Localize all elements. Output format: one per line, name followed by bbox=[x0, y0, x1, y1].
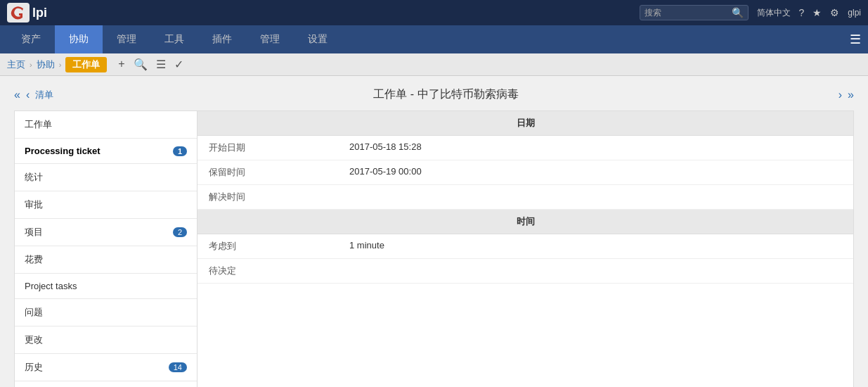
sidebar-item-all[interactable]: 全部 bbox=[15, 381, 197, 387]
sidebar-item-issues[interactable]: 问题 bbox=[15, 299, 197, 326]
date-start-label: 开始日期 bbox=[209, 141, 349, 154]
dates-table: 开始日期 2017-05-18 15:28 保留时间 2017-05-19 00… bbox=[197, 136, 853, 210]
sidebar-badge-history: 14 bbox=[169, 362, 187, 372]
lang-label[interactable]: 简体中文 bbox=[757, 7, 791, 19]
page-title: 工作单 - 中了比特币勒索病毒 bbox=[373, 87, 518, 102]
nav-item-tools[interactable]: 工具 bbox=[150, 25, 198, 53]
last-page-btn[interactable]: » bbox=[848, 89, 854, 101]
sidebar-item-project-tasks-label: Project tasks bbox=[25, 281, 77, 291]
sidebar-item-history-label: 历史 bbox=[25, 361, 43, 374]
nav-item-plugins[interactable]: 插件 bbox=[198, 25, 246, 53]
question-icon[interactable]: ? bbox=[799, 7, 805, 18]
nav-item-assist[interactable]: 协助 bbox=[55, 25, 103, 53]
sidebar-item-expense-label: 花费 bbox=[25, 253, 43, 266]
logo: lpi bbox=[7, 3, 47, 23]
time-pending-label: 待决定 bbox=[209, 265, 349, 277]
top-bar: lpi 🔍 简体中文 ? ★ ⚙ glpi bbox=[0, 0, 868, 25]
dates-section-header: 日期 bbox=[197, 111, 853, 136]
breadcrumb-home[interactable]: 主页 bbox=[7, 58, 25, 71]
top-right-bar: 🔍 简体中文 ? ★ ⚙ glpi bbox=[640, 5, 861, 20]
nav-row: « ‹ 清单 工作单 - 中了比特币勒索病毒 › » bbox=[14, 87, 854, 102]
sidebar-item-stats-label: 统计 bbox=[25, 171, 43, 184]
date-row-reserve: 保留时间 2017-05-19 00:00 bbox=[197, 160, 853, 185]
breadcrumb-assist[interactable]: 协助 bbox=[37, 58, 55, 71]
check-action[interactable]: ✓ bbox=[174, 58, 183, 71]
sidebar-item-ticket-label: 工作单 bbox=[25, 118, 52, 131]
date-start-value: 2017-05-18 15:28 bbox=[349, 141, 422, 154]
sidebar-item-changes[interactable]: 更改 bbox=[15, 326, 197, 354]
nav-right: › » bbox=[838, 89, 854, 101]
date-row-start: 开始日期 2017-05-18 15:28 bbox=[197, 136, 853, 160]
time-section-header: 时间 bbox=[197, 210, 853, 234]
first-page-btn[interactable]: « bbox=[14, 89, 20, 101]
time-consider-label: 考虑到 bbox=[209, 240, 349, 253]
star-icon[interactable]: ★ bbox=[812, 7, 822, 18]
prev-page-btn[interactable]: ‹ bbox=[26, 89, 30, 101]
breadcrumb-current: 工作单 bbox=[65, 57, 107, 72]
next-page-btn[interactable]: › bbox=[838, 89, 842, 101]
main-content: 日期 开始日期 2017-05-18 15:28 保留时间 2017-05-19… bbox=[197, 111, 853, 387]
sidebar-badge-processing: 1 bbox=[173, 146, 187, 156]
sidebar-item-ticket[interactable]: 工作单 bbox=[15, 111, 197, 139]
date-row-resolve: 解决时间 bbox=[197, 185, 853, 210]
sidebar-item-issues-label: 问题 bbox=[25, 306, 43, 319]
date-resolve-label: 解决时间 bbox=[209, 191, 349, 203]
list-link[interactable]: 清单 bbox=[35, 89, 53, 101]
breadcrumb-bar: 主页 › 协助 › 工作单 + 🔍 ☰ ✓ bbox=[0, 53, 868, 76]
hamburger-icon[interactable]: ☰ bbox=[850, 32, 861, 47]
nav-item-assets[interactable]: 资产 bbox=[7, 25, 55, 53]
nav-item-admin[interactable]: 管理 bbox=[246, 25, 294, 53]
sidebar-item-changes-label: 更改 bbox=[25, 334, 43, 346]
sidebar-item-review-label: 审批 bbox=[25, 198, 43, 211]
search-action[interactable]: 🔍 bbox=[134, 58, 148, 71]
list-action[interactable]: ☰ bbox=[156, 58, 166, 71]
search-input[interactable] bbox=[644, 8, 729, 18]
sidebar-item-processing-label: Processing ticket bbox=[25, 146, 101, 156]
sidebar-item-review[interactable]: 审批 bbox=[15, 191, 197, 219]
sidebar-item-expense[interactable]: 花费 bbox=[15, 246, 197, 274]
sidebar: 工作单 Processing ticket 1 统计 审批 项目 2 花费 Pr… bbox=[15, 111, 197, 387]
logo-g bbox=[7, 3, 30, 23]
sidebar-badge-project: 2 bbox=[173, 227, 187, 237]
page-content: « ‹ 清单 工作单 - 中了比特币勒索病毒 › » 工作单 Processin… bbox=[0, 76, 868, 387]
main-layout: 工作单 Processing ticket 1 统计 审批 项目 2 花费 Pr… bbox=[14, 110, 854, 387]
time-consider-value: 1 minute bbox=[349, 240, 384, 253]
date-reserve-label: 保留时间 bbox=[209, 166, 349, 179]
time-row-consider: 考虑到 1 minute bbox=[197, 234, 853, 259]
user-label[interactable]: glpi bbox=[848, 8, 861, 18]
breadcrumb-sep-2: › bbox=[59, 61, 62, 69]
breadcrumb-actions: + 🔍 ☰ ✓ bbox=[118, 58, 183, 71]
nav-item-manage[interactable]: 管理 bbox=[103, 25, 150, 53]
sidebar-item-project-label: 项目 bbox=[25, 226, 43, 239]
date-reserve-value: 2017-05-19 00:00 bbox=[349, 166, 422, 179]
search-box[interactable]: 🔍 bbox=[640, 5, 749, 20]
add-action[interactable]: + bbox=[118, 58, 124, 71]
sidebar-item-history[interactable]: 历史 14 bbox=[15, 354, 197, 381]
search-icon[interactable]: 🔍 bbox=[732, 7, 744, 18]
sidebar-item-processing[interactable]: Processing ticket 1 bbox=[15, 139, 197, 164]
gear-icon[interactable]: ⚙ bbox=[830, 7, 839, 18]
nav-bar: 资产 协助 管理 工具 插件 管理 设置 ☰ bbox=[0, 25, 868, 53]
time-row-pending: 待决定 bbox=[197, 259, 853, 284]
logo-text: lpi bbox=[32, 6, 47, 20]
nav-left: « ‹ 清单 bbox=[14, 89, 53, 101]
sidebar-item-project-tasks[interactable]: Project tasks bbox=[15, 274, 197, 299]
breadcrumb-sep-1: › bbox=[30, 61, 32, 69]
sidebar-item-project[interactable]: 项目 2 bbox=[15, 219, 197, 246]
nav-item-settings[interactable]: 设置 bbox=[294, 25, 342, 53]
sidebar-item-stats[interactable]: 统计 bbox=[15, 164, 197, 191]
time-table: 考虑到 1 minute 待决定 bbox=[197, 234, 853, 284]
